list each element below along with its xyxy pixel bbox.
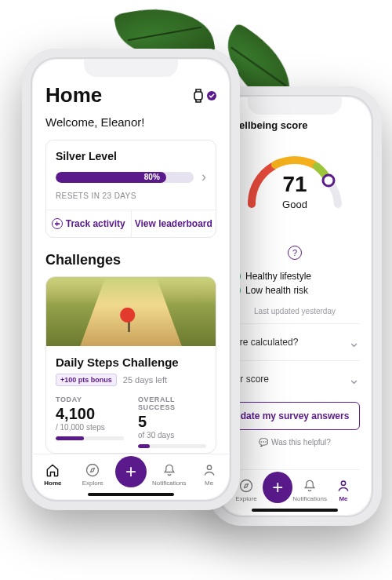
- nav-label: Home: [44, 480, 61, 487]
- stat-label: TODAY: [56, 396, 124, 403]
- nav-explore[interactable]: Explore: [75, 462, 110, 487]
- wellbeing-check-item: ✓ Healthy lifestyle: [230, 271, 360, 282]
- nav-me[interactable]: Me: [327, 478, 360, 502]
- stat-label: OVERALL SUCCESS: [138, 396, 206, 411]
- stat-sub: / 10,000 steps: [56, 423, 124, 432]
- stat-sub: of 30 days: [138, 431, 206, 440]
- phone-notch: [84, 60, 178, 77]
- stat-mini-bar: [138, 444, 206, 448]
- compass-icon: [238, 478, 254, 494]
- was-helpful[interactable]: 💬 Was this helpful?: [230, 438, 360, 447]
- nav-home[interactable]: Home: [35, 462, 70, 487]
- stat-overall: OVERALL SUCCESS 5 of 30 days: [138, 396, 206, 448]
- level-card: Silver Level 80% › RESETS IN 23 DAYS Tra…: [45, 140, 216, 238]
- wellbeing-score-label: Good: [236, 199, 354, 210]
- bonus-badge: +100 pts bonus: [56, 374, 117, 386]
- challenges-heading: Challenges: [45, 252, 216, 268]
- home-icon: [45, 462, 60, 478]
- phone-home: Home Welcome, Eleanor! Silver Level: [22, 49, 240, 510]
- track-activity-button[interactable]: Track activity: [46, 210, 132, 237]
- person-icon: [201, 462, 217, 478]
- days-left-text: 25 days left: [123, 375, 167, 385]
- level-title: Silver Level: [56, 150, 206, 162]
- home-indicator: [88, 493, 174, 496]
- view-leaderboard-button[interactable]: View leaderboard: [132, 210, 216, 237]
- svg-point-1: [241, 480, 252, 492]
- wellbeing-check-item: ✓ Low health risk: [230, 285, 360, 296]
- check-label: Low health risk: [245, 285, 308, 296]
- stat-value: 4,100: [56, 405, 124, 423]
- nav-label: Me: [205, 480, 213, 487]
- chevron-right-icon[interactable]: ›: [201, 169, 206, 185]
- accordion-label: core calculated?: [230, 337, 298, 348]
- wellbeing-score-value: 71: [236, 172, 354, 197]
- chevron-down-icon: ⌄: [348, 334, 360, 351]
- nav-me[interactable]: Me: [192, 462, 227, 487]
- wellbeing-title: Wellbeing score: [230, 119, 360, 131]
- challenge-card[interactable]: Daily Steps Challenge +100 pts bonus 25 …: [45, 276, 216, 454]
- challenge-title: Daily Steps Challenge: [56, 356, 206, 369]
- stat-today: TODAY 4,100 / 10,000 steps: [56, 396, 124, 448]
- svg-point-6: [207, 465, 211, 469]
- svg-rect-3: [194, 92, 202, 100]
- nav-add-button[interactable]: +: [115, 456, 147, 487]
- nav-add-button[interactable]: +: [263, 472, 292, 503]
- svg-point-5: [87, 465, 99, 476]
- chat-icon: 💬: [259, 438, 268, 447]
- bell-icon: [302, 478, 318, 494]
- plus-circle-icon: [52, 218, 63, 229]
- nav-label: Me: [339, 495, 347, 502]
- update-survey-button[interactable]: date my survey answers: [230, 402, 360, 430]
- bell-icon: [162, 462, 177, 478]
- checkmark-badge-icon: [207, 91, 216, 100]
- svg-point-2: [341, 481, 345, 485]
- last-updated-text: Last updated yesterday: [230, 307, 360, 316]
- level-progress-bar: 80%: [56, 172, 194, 183]
- track-activity-label: Track activity: [66, 218, 125, 229]
- level-percent: 80%: [144, 173, 160, 181]
- check-label: Healthy lifestyle: [245, 271, 311, 282]
- nav-label: Explore: [82, 480, 103, 487]
- page-title: Home: [45, 83, 102, 108]
- welcome-text: Welcome, Eleanor!: [45, 115, 216, 129]
- leaderboard-label: View leaderboard: [135, 218, 212, 229]
- watch-connected-badge[interactable]: [191, 88, 216, 104]
- bottom-nav: Home Explore + Notifications Me: [33, 454, 229, 499]
- stat-mini-bar: [56, 436, 124, 440]
- person-icon: [336, 478, 351, 494]
- chevron-down-icon: ⌄: [348, 370, 360, 388]
- nav-label: Notifications: [292, 495, 327, 502]
- bottom-nav: Explore + Notifications Me: [230, 469, 360, 515]
- nav-notifications[interactable]: Notifications: [152, 462, 187, 487]
- challenge-image: [46, 277, 216, 346]
- compass-icon: [85, 462, 100, 478]
- wellbeing-gauge: 71 Good: [236, 137, 354, 208]
- accordion-row[interactable]: core calculated? ⌄: [230, 323, 360, 360]
- nav-label: Notifications: [152, 480, 187, 487]
- stat-value: 5: [138, 413, 206, 431]
- accordion-row[interactable]: our score ⌄: [230, 360, 360, 397]
- level-reset-text: RESETS IN 23 DAYS: [56, 192, 206, 200]
- nav-notifications[interactable]: Notifications: [292, 478, 327, 502]
- nav-label: Explore: [235, 495, 256, 502]
- phone-notch: [248, 97, 342, 115]
- watch-icon: [191, 88, 205, 104]
- helpful-label: Was this helpful?: [271, 438, 331, 447]
- home-indicator: [252, 509, 338, 512]
